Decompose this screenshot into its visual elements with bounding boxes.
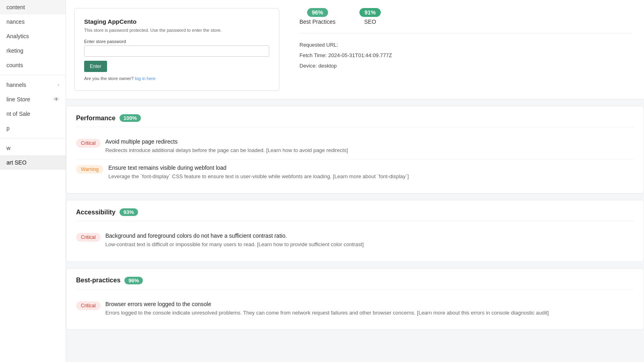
issue-title: Avoid multiple page redirects bbox=[105, 138, 634, 145]
issue-content: Browser errors were logged to the consol… bbox=[105, 301, 634, 317]
sidebar-item-finances[interactable]: nances bbox=[0, 14, 66, 29]
scores-divider bbox=[299, 33, 632, 33]
sidebar-item-label: rketing bbox=[6, 47, 23, 54]
fetch-time-value: 2024-05-31T01:44:09.777Z bbox=[328, 52, 392, 58]
section-title-accessibility: Accessibility bbox=[76, 209, 116, 216]
device-label: Device: bbox=[299, 63, 317, 69]
issue-row: CriticalBackground and foreground colors… bbox=[76, 228, 634, 253]
preview-login-link[interactable]: log in here bbox=[135, 76, 155, 81]
sidebar-item-label: w bbox=[6, 145, 10, 151]
section-performance: Performance100%CriticalAvoid multiple pa… bbox=[66, 106, 644, 193]
section-best-practices: Best-practices96%CriticalBrowser errors … bbox=[66, 268, 644, 330]
issue-content: Ensure text remains visible during webfo… bbox=[108, 165, 634, 181]
section-score-best-practices: 96% bbox=[124, 277, 143, 284]
top-section: Staging AppCento This store is password … bbox=[66, 0, 644, 99]
sidebar-divider bbox=[0, 75, 66, 75]
requested-url-row: Requested URL: bbox=[299, 40, 632, 50]
sidebar-item-overview[interactable]: w bbox=[0, 141, 66, 155]
sidebar-item-online-store[interactable]: line Store 👁 bbox=[0, 92, 66, 107]
preview-owner-text: Are you the store owner? log in here bbox=[84, 76, 269, 81]
issue-content: Avoid multiple page redirectsRedirects i… bbox=[105, 138, 634, 154]
sidebar-divider-2 bbox=[0, 138, 66, 138]
section-title-best-practices: Best-practices bbox=[76, 277, 120, 284]
sidebar-item-accounts[interactable]: counts bbox=[0, 58, 66, 72]
issue-title: Ensure text remains visible during webfo… bbox=[108, 165, 634, 171]
scores-panel: 96% Best Practices 91% SEO Requested URL… bbox=[287, 0, 644, 99]
issue-row: CriticalBrowser errors were logged to th… bbox=[76, 296, 634, 322]
fetch-time-row: Fetch Time: 2024-05-31T01:44:09.777Z bbox=[299, 50, 632, 61]
best-practices-badge: 96% bbox=[307, 8, 328, 17]
sidebar-item-point-of-sale[interactable]: nt of Sale bbox=[0, 107, 66, 121]
meta-info: Requested URL: Fetch Time: 2024-05-31T01… bbox=[299, 40, 632, 71]
issue-description: Redirects introduce additional delays be… bbox=[105, 146, 634, 154]
issue-title: Background and foreground colors do not … bbox=[105, 232, 634, 239]
preview-panel: Staging AppCento This store is password … bbox=[66, 0, 287, 99]
sidebar-item-channels[interactable]: hannels › bbox=[0, 78, 66, 92]
scores-row: 96% Best Practices 91% SEO bbox=[299, 8, 632, 25]
sidebar-item-label: Analytics bbox=[6, 33, 29, 39]
sidebar-item-marketing[interactable]: rketing bbox=[0, 43, 66, 58]
eye-icon: 👁 bbox=[54, 96, 59, 103]
device-row: Device: desktop bbox=[299, 61, 632, 71]
sections-container: Performance100%CriticalAvoid multiple pa… bbox=[66, 106, 644, 330]
sidebar-item-label: p bbox=[6, 125, 10, 132]
preview-frame: Staging AppCento This store is password … bbox=[74, 8, 279, 91]
warning-badge: Warning bbox=[76, 165, 103, 174]
best-practices-score: 96% Best Practices bbox=[299, 8, 335, 25]
section-header-best-practices: Best-practices96% bbox=[76, 277, 634, 290]
sidebar-item-label: content bbox=[6, 4, 25, 10]
preview-app-name: Staging AppCento bbox=[84, 18, 269, 25]
chevron-right-icon: › bbox=[58, 82, 59, 88]
main-content: Staging AppCento This store is password … bbox=[66, 0, 644, 362]
fetch-time-label: Fetch Time: bbox=[299, 52, 327, 58]
seo-label: SEO bbox=[364, 19, 376, 25]
seo-badge: 91% bbox=[359, 8, 380, 17]
issue-row: WarningEnsure text remains visible durin… bbox=[76, 159, 634, 185]
issue-description: Errors logged to the console indicate un… bbox=[105, 309, 634, 317]
section-header-accessibility: Accessibility93% bbox=[76, 208, 634, 221]
critical-badge: Critical bbox=[76, 139, 101, 148]
section-score-performance: 100% bbox=[120, 114, 141, 122]
preview-input-label: Enter store password bbox=[84, 39, 269, 44]
issue-description: Leverage the `font-display` CSS feature … bbox=[108, 173, 634, 181]
sidebar-item-label: art SEO bbox=[6, 159, 27, 166]
issue-row: CriticalAvoid multiple page redirectsRed… bbox=[76, 134, 634, 159]
device-value: desktop bbox=[318, 63, 337, 69]
seo-score: 91% SEO bbox=[359, 8, 380, 25]
section-score-accessibility: 93% bbox=[120, 208, 138, 216]
preview-password-input[interactable] bbox=[84, 45, 269, 57]
sidebar-item-label: nt of Sale bbox=[6, 111, 30, 117]
sidebar-item-smart-seo[interactable]: art SEO bbox=[0, 155, 66, 170]
sidebar-item-label: line Store bbox=[6, 96, 30, 103]
sidebar-item-analytics[interactable]: Analytics bbox=[0, 29, 66, 43]
section-title-performance: Performance bbox=[76, 115, 116, 122]
critical-badge: Critical bbox=[76, 233, 101, 242]
sidebar-item-content[interactable]: content bbox=[0, 0, 66, 14]
requested-url-label: Requested URL: bbox=[299, 42, 338, 48]
sidebar-item-app[interactable]: p bbox=[0, 121, 66, 136]
sidebar-item-label: counts bbox=[6, 62, 23, 68]
issue-content: Background and foreground colors do not … bbox=[105, 232, 634, 249]
sidebar-item-label: nances bbox=[6, 19, 25, 25]
preview-enter-button[interactable]: Enter bbox=[84, 61, 107, 72]
issue-title: Browser errors were logged to the consol… bbox=[105, 301, 634, 307]
sidebar-item-label: hannels bbox=[6, 82, 26, 88]
critical-badge: Critical bbox=[76, 301, 101, 310]
issue-description: Low-contrast text is difficult or imposs… bbox=[105, 241, 634, 249]
preview-description: This store is password protected. Use th… bbox=[84, 27, 269, 33]
section-accessibility: Accessibility93%CriticalBackground and f… bbox=[66, 200, 644, 262]
best-practices-label: Best Practices bbox=[299, 19, 335, 25]
section-header-performance: Performance100% bbox=[76, 114, 634, 127]
sidebar: content nances Analytics rketing counts … bbox=[0, 0, 66, 362]
